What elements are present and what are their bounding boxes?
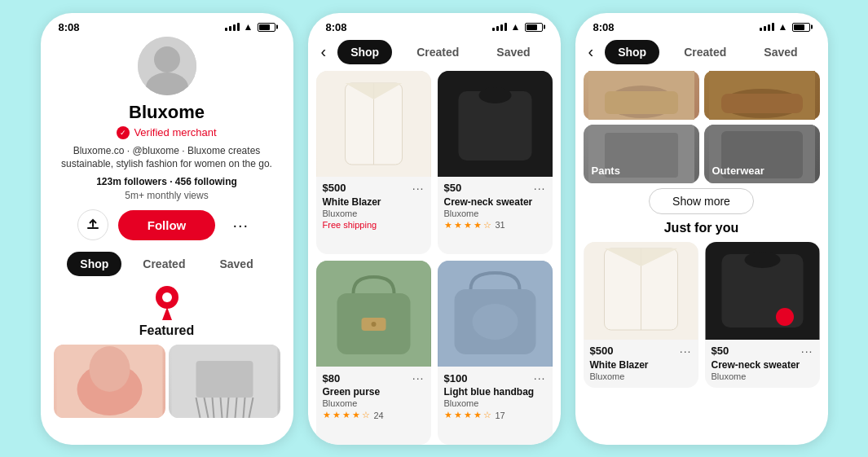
svg-point-53 (744, 252, 780, 268)
svg-marker-6 (162, 307, 172, 320)
product-dots-3[interactable]: ··· (412, 371, 425, 384)
product-img-handbag (438, 261, 553, 367)
verified-badge: ✓ Verified merchant (117, 126, 216, 139)
verified-text: Verified merchant (134, 126, 216, 138)
product-dots-2[interactable]: ··· (534, 182, 546, 195)
phone2: 8:08 ▲ ‹ Shop Created Saved (308, 13, 561, 445)
jfy-brand-2: Bluxome (712, 371, 813, 381)
product-card-purse[interactable]: $80 ··· Green purse Bluxome ★★★★☆ 24 (316, 261, 431, 445)
jfy-price-1: $500 (590, 345, 614, 357)
profile-name: Bluxome (129, 102, 205, 123)
stars-2: ★★★★☆ 31 (444, 220, 546, 231)
profile-bio: Bluxome.co · @bluxome · Bluxome creates … (54, 144, 280, 172)
product-price-1: $500 (323, 182, 346, 194)
featured-images (54, 345, 280, 418)
product-img-blazer (316, 71, 431, 177)
profile-views: 5m+ monthly views (125, 190, 208, 201)
phone3: 8:08 ▲ ‹ Shop Created Saved (575, 13, 828, 445)
svg-point-35 (472, 304, 518, 340)
jfy-dots-2[interactable]: ··· (801, 345, 813, 358)
jfy-card-sweater[interactable]: $50 ··· Crew-neck sweater Bluxome (705, 242, 820, 388)
back-button-2[interactable]: ‹ (321, 42, 327, 61)
jfy-img-blazer (584, 242, 698, 340)
jfy-card-blazer[interactable]: $500 ··· White Blazer Bluxome (584, 242, 698, 388)
nav-tabs-3: Shop Created Saved (605, 40, 814, 64)
battery-icon-2 (525, 23, 543, 32)
show-more-button[interactable]: Show more (649, 188, 754, 214)
jfy-info-sweater: $50 ··· Crew-neck sweater Bluxome (705, 340, 820, 388)
category-pants[interactable]: Pants (584, 125, 699, 183)
product-card-sweater[interactable]: $50 ··· Crew-neck sweater Bluxome ★★★★☆ … (438, 71, 553, 255)
profile-stats: 123m followers · 456 following (96, 176, 237, 187)
product-dots-1[interactable]: ··· (412, 182, 425, 195)
nav-tabs-2: Shop Created Saved (337, 40, 547, 64)
product-shipping-1: Free shipping (323, 220, 425, 230)
just-for-you-title: Just for you (575, 221, 828, 235)
action-row: Follow ··· (54, 209, 280, 240)
phone1: 8:08 ▲ (41, 13, 293, 445)
wifi-icon-2: ▲ (511, 21, 521, 33)
status-bar-1: 8:08 ▲ (41, 13, 293, 37)
svg-point-28 (478, 87, 511, 103)
product-brand-1: Bluxome (323, 209, 425, 218)
verified-icon: ✓ (117, 126, 130, 139)
product-price-2: $50 (444, 182, 462, 194)
tab-saved[interactable]: Saved (206, 252, 266, 276)
nav-saved-3[interactable]: Saved (751, 40, 810, 64)
back-button-3[interactable]: ‹ (588, 42, 594, 61)
svg-rect-12 (196, 361, 253, 398)
signal-icon (225, 23, 240, 31)
wifi-icon-3: ▲ (778, 21, 788, 33)
svg-point-10 (89, 346, 130, 392)
time-1: 8:08 (59, 21, 80, 33)
status-bar-3: 8:08 ▲ (575, 13, 828, 37)
product-name-3: Green purse (323, 386, 425, 398)
profile-tabs: Shop Created Saved (67, 252, 266, 276)
phone2-nav: ‹ Shop Created Saved (308, 37, 561, 71)
product-brand-4: Bluxome (444, 398, 546, 408)
product-dots-4[interactable]: ··· (534, 371, 546, 384)
time-2: 8:08 (326, 21, 347, 33)
nav-shop-3[interactable]: Shop (605, 40, 659, 64)
phone3-nav: ‹ Shop Created Saved (575, 37, 828, 71)
nav-created-3[interactable]: Created (671, 40, 739, 64)
product-card-blazer[interactable]: $500 ··· White Blazer Bluxome Free shipp… (316, 71, 431, 255)
top-cat-img-2 (704, 71, 820, 120)
tab-created[interactable]: Created (130, 252, 198, 276)
signal-icon-3 (760, 23, 774, 31)
time-3: 8:08 (593, 21, 615, 33)
product-info-sweater: $50 ··· Crew-neck sweater Bluxome ★★★★☆ … (438, 177, 553, 237)
category-outerwear[interactable]: Outerwear (704, 125, 820, 183)
jfy-dots-1[interactable]: ··· (680, 345, 692, 358)
tab-shop[interactable]: Shop (67, 252, 121, 276)
jfy-name-1: White Blazer (590, 359, 692, 371)
products-grid: $500 ··· White Blazer Bluxome Free shipp… (308, 71, 561, 445)
status-icons-2: ▲ (492, 21, 543, 33)
more-button[interactable]: ··· (225, 209, 256, 240)
upload-button[interactable] (77, 209, 108, 240)
status-icons-1: ▲ (225, 21, 275, 33)
product-brand-3: Bluxome (323, 398, 425, 408)
jfy-info-blazer: $500 ··· White Blazer Bluxome (584, 340, 698, 388)
status-bar-2: 8:08 ▲ (308, 13, 561, 37)
jfy-img-sweater (705, 242, 820, 340)
jfy-grid: $500 ··· White Blazer Bluxome (575, 242, 828, 388)
nav-shop-2[interactable]: Shop (337, 40, 392, 64)
product-name-1: White Blazer (323, 196, 425, 208)
featured-section: Featured (54, 284, 280, 418)
product-brand-2: Bluxome (444, 209, 546, 218)
svg-rect-41 (721, 94, 803, 113)
jfy-price-2: $50 (712, 345, 729, 357)
categories-row: Pants Outerwear (575, 125, 828, 183)
product-card-handbag[interactable]: $100 ··· Light blue handbag Bluxome ★★★★… (438, 261, 553, 445)
battery-icon (258, 23, 275, 32)
nav-saved-2[interactable]: Saved (483, 40, 543, 64)
product-price-4: $100 (444, 372, 468, 384)
svg-point-1 (154, 46, 180, 73)
profile-content: Bluxome ✓ Verified merchant Bluxome.co ·… (41, 37, 293, 419)
product-name-2: Crew-neck sweater (444, 196, 546, 208)
product-name-4: Light blue handbag (444, 386, 546, 398)
nav-created-2[interactable]: Created (403, 40, 472, 64)
product-price-3: $80 (323, 372, 341, 384)
follow-button[interactable]: Follow (118, 210, 216, 240)
